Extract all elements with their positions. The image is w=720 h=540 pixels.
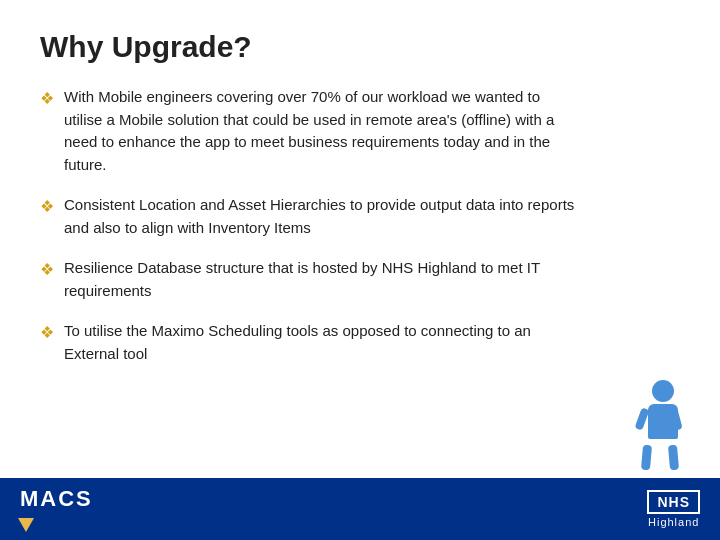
- bullet-diamond-icon: ❖: [40, 87, 54, 111]
- bullet-diamond-icon: ❖: [40, 195, 54, 219]
- slide-title: Why Upgrade?: [40, 30, 680, 64]
- nhs-logo: NHS Highland: [647, 490, 700, 528]
- bullet-list: ❖ With Mobile engineers covering over 70…: [40, 86, 680, 365]
- bullet-diamond-icon: ❖: [40, 321, 54, 345]
- figure-head: [652, 380, 674, 402]
- bullet-diamond-icon: ❖: [40, 258, 54, 282]
- bottom-bar: MACS NHS Highland: [0, 478, 720, 540]
- nhs-badge: NHS: [647, 490, 700, 514]
- list-item: ❖ Resilience Database structure that is …: [40, 257, 680, 302]
- slide-container: Why Upgrade? ❖ With Mobile engineers cov…: [0, 0, 720, 540]
- macs-text: MACS: [20, 486, 93, 511]
- macs-triangle-icon: [18, 518, 34, 532]
- bullet-text-2: Consistent Location and Asset Hierarchie…: [64, 194, 580, 239]
- highland-text: Highland: [648, 516, 699, 528]
- list-item: ❖ Consistent Location and Asset Hierarch…: [40, 194, 680, 239]
- list-item: ❖ With Mobile engineers covering over 70…: [40, 86, 680, 176]
- figure-leg-left: [641, 445, 652, 471]
- macs-logo: MACS: [20, 486, 93, 532]
- bullet-text-1: With Mobile engineers covering over 70% …: [64, 86, 580, 176]
- bullet-text-3: Resilience Database structure that is ho…: [64, 257, 580, 302]
- figure-illustration: [620, 380, 690, 470]
- list-item: ❖ To utilise the Maximo Scheduling tools…: [40, 320, 680, 365]
- bullet-text-4: To utilise the Maximo Scheduling tools a…: [64, 320, 580, 365]
- figure-leg-right: [668, 445, 679, 471]
